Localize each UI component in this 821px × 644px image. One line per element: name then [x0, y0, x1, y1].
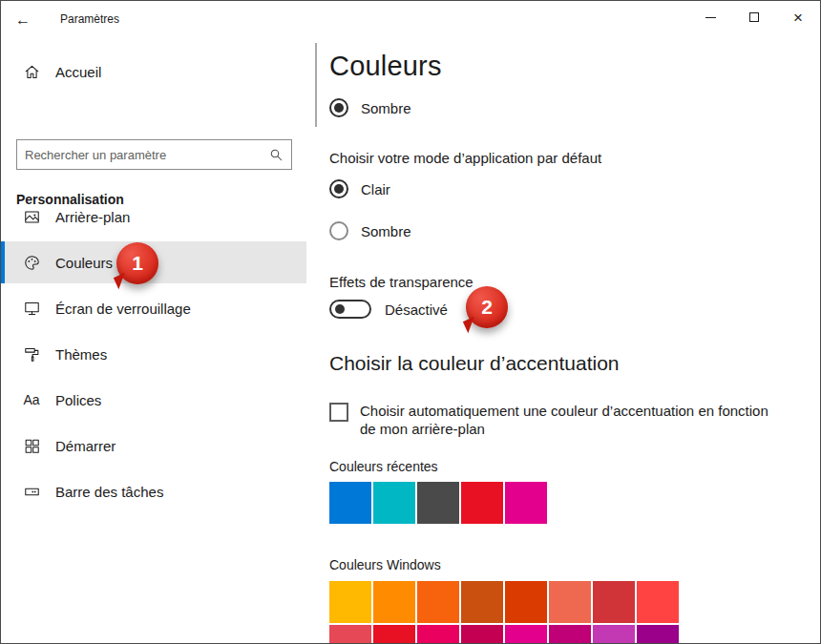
color-swatch[interactable] — [329, 625, 371, 644]
window-title: Paramètres — [60, 12, 119, 26]
sidebar-item-themes[interactable]: Thèmes — [1, 333, 306, 375]
sidebar-item-label: Couleurs — [55, 255, 113, 271]
color-swatch[interactable] — [373, 625, 415, 644]
annotation-badge-2: 2 — [466, 286, 508, 328]
image-icon — [22, 207, 41, 226]
sidebar-item-label: Arrière-plan — [55, 209, 130, 225]
back-icon: ← — [15, 11, 31, 29]
sidebar-item-start[interactable]: Démarrer — [1, 425, 306, 467]
radio-selected-icon — [329, 179, 348, 198]
color-swatch[interactable] — [505, 625, 547, 644]
color-swatch[interactable] — [461, 482, 503, 524]
color-swatch[interactable] — [417, 625, 459, 644]
maximize-icon — [749, 12, 759, 22]
toggle-state-label: Désactivé — [385, 301, 448, 318]
windows-colors-label: Couleurs Windows — [329, 557, 441, 572]
transparency-toggle-row: Désactivé — [329, 299, 448, 320]
settings-window: { "titlebar": { "back_icon": "←", "title… — [0, 0, 821, 644]
sidebar-item-label: Accueil — [55, 64, 101, 80]
minimize-icon — [705, 17, 716, 18]
color-swatch[interactable] — [461, 581, 503, 623]
lockscreen-icon — [22, 299, 41, 318]
recent-colors-row — [329, 482, 547, 524]
color-swatch[interactable] — [593, 625, 635, 644]
paint-roller-icon — [22, 344, 41, 364]
radio-label: Sombre — [361, 223, 411, 239]
radio-label: Clair — [361, 181, 390, 197]
settings-content: Couleurs Sombre Choisir votre mode d’app… — [306, 39, 820, 643]
transparency-toggle[interactable] — [329, 300, 371, 319]
checkbox-unchecked-icon — [329, 403, 348, 422]
radio-color-mode-sombre[interactable]: Sombre — [329, 97, 411, 118]
accent-section-heading: Choisir la couleur d’accentuation — [329, 352, 620, 375]
sidebar-item-lockscreen[interactable]: Écran de verrouillage — [1, 287, 306, 329]
color-swatch[interactable] — [637, 581, 679, 623]
home-icon — [22, 62, 41, 81]
color-swatch[interactable] — [461, 625, 503, 644]
radio-label: Sombre — [361, 100, 411, 116]
radio-selected-icon — [329, 98, 348, 117]
color-swatch[interactable] — [505, 581, 547, 623]
color-swatch[interactable] — [549, 581, 591, 623]
badge-number: 1 — [132, 252, 143, 275]
recent-colors-label: Couleurs récentes — [329, 459, 438, 474]
radio-app-mode-sombre[interactable]: Sombre — [329, 220, 411, 241]
annotation-badge-1: 1 — [116, 242, 158, 284]
close-icon: × — [793, 10, 803, 26]
minimize-button[interactable] — [688, 1, 732, 33]
start-grid-icon — [22, 436, 41, 455]
badge-number: 2 — [481, 296, 493, 319]
color-swatch[interactable] — [373, 581, 415, 623]
search-icon[interactable] — [261, 148, 291, 162]
window-controls: × — [688, 1, 820, 33]
sidebar-item-fonts[interactable]: Aa Polices — [1, 379, 306, 421]
sidebar-item-background[interactable]: Arrière-plan — [1, 196, 306, 238]
settings-nav: Accueil Personnalisation Arrière-plan Co… — [1, 39, 306, 643]
close-button[interactable]: × — [776, 1, 820, 33]
color-swatch[interactable] — [329, 482, 371, 524]
taskbar-icon — [22, 482, 41, 501]
color-swatch[interactable] — [417, 581, 459, 623]
page-title: Couleurs — [329, 51, 442, 82]
radio-unselected-icon — [329, 221, 348, 240]
sidebar-item-label: Barre des tâches — [55, 484, 163, 500]
fonts-icon: Aa — [22, 390, 41, 409]
sidebar-item-home[interactable]: Accueil — [1, 51, 306, 93]
color-swatch[interactable] — [373, 482, 415, 524]
sidebar-item-label: Démarrer — [55, 438, 116, 454]
sidebar-item-label: Écran de verrouillage — [55, 301, 191, 317]
search-input[interactable] — [17, 140, 261, 169]
color-swatch[interactable] — [329, 581, 371, 623]
checkbox-label: Choisir automatiquement une couleur d’ac… — [360, 402, 785, 438]
radio-app-mode-clair[interactable]: Clair — [329, 178, 390, 199]
settings-search-box — [16, 139, 292, 170]
color-swatch[interactable] — [637, 625, 679, 644]
sidebar-item-label: Polices — [55, 392, 101, 408]
color-swatch[interactable] — [593, 581, 635, 623]
windows-colors-grid — [329, 581, 681, 644]
auto-accent-checkbox-row[interactable]: Choisir automatiquement une couleur d’ac… — [329, 402, 785, 438]
color-swatch[interactable] — [549, 625, 591, 644]
app-mode-label: Choisir votre mode d’application par déf… — [329, 150, 601, 166]
toggle-knob-icon — [335, 304, 345, 314]
transparency-label: Effets de transparence — [329, 274, 474, 290]
maximize-button[interactable] — [732, 1, 776, 33]
sidebar-item-label: Thèmes — [55, 346, 107, 363]
color-swatch[interactable] — [505, 482, 547, 524]
color-swatch[interactable] — [417, 482, 459, 524]
titlebar: ← Paramètres × — [1, 1, 820, 39]
selected-indicator — [1, 241, 5, 283]
palette-icon — [22, 253, 41, 272]
sidebar-item-taskbar[interactable]: Barre des tâches — [1, 470, 306, 512]
back-button[interactable]: ← — [1, 1, 45, 39]
